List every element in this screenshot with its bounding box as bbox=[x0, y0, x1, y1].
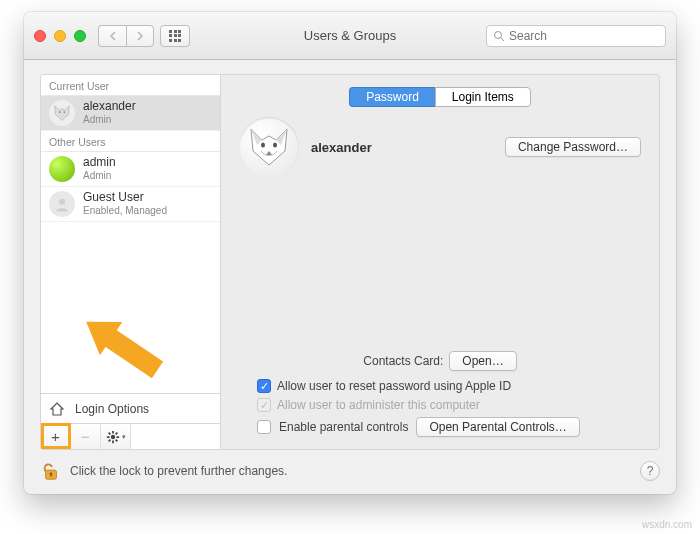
main-pane: Password Login Items bbox=[221, 75, 659, 449]
unlocked-padlock-icon[interactable] bbox=[40, 460, 62, 482]
show-all-button[interactable] bbox=[160, 25, 190, 47]
tabs: Password Login Items bbox=[239, 87, 641, 107]
svg-line-13 bbox=[115, 432, 117, 434]
administer-option: ✓ Allow user to administer this computer bbox=[257, 398, 641, 412]
sidebar-user-guest[interactable]: Guest User Enabled, Managed bbox=[41, 187, 220, 222]
avatar-icon bbox=[49, 156, 75, 182]
svg-point-3 bbox=[63, 111, 65, 113]
fox-avatar-icon bbox=[245, 123, 293, 171]
minus-icon: − bbox=[81, 428, 90, 445]
gear-icon bbox=[106, 430, 120, 444]
svg-rect-18 bbox=[50, 474, 51, 477]
login-options-label: Login Options bbox=[75, 402, 149, 416]
plus-icon: + bbox=[51, 428, 60, 445]
help-button[interactable]: ? bbox=[640, 461, 660, 481]
lock-row: Click the lock to prevent further change… bbox=[40, 460, 660, 482]
user-header: alexander Change Password… bbox=[239, 117, 641, 177]
user-role: Admin bbox=[83, 114, 136, 126]
checkbox-checked-disabled-icon: ✓ bbox=[257, 398, 271, 412]
checkbox-unchecked-icon[interactable] bbox=[257, 420, 271, 434]
options-list: ✓ Allow user to reset password using App… bbox=[239, 379, 641, 437]
svg-point-4 bbox=[59, 199, 65, 205]
search-input[interactable] bbox=[509, 29, 659, 43]
section-current-user: Current User bbox=[41, 75, 220, 96]
chevron-left-icon bbox=[109, 31, 117, 41]
sidebar-user-admin[interactable]: admin Admin bbox=[41, 152, 220, 187]
svg-point-0 bbox=[495, 31, 502, 38]
lock-text: Click the lock to prevent further change… bbox=[70, 464, 287, 478]
user-avatar[interactable] bbox=[239, 117, 299, 177]
window-title: Users & Groups bbox=[304, 28, 396, 43]
open-parental-button[interactable]: Open Parental Controls… bbox=[416, 417, 579, 437]
nav-buttons bbox=[98, 25, 154, 47]
chevron-right-icon bbox=[136, 31, 144, 41]
user-name: alexander bbox=[83, 100, 136, 114]
login-options-row[interactable]: Login Options bbox=[41, 393, 220, 423]
grid-icon bbox=[169, 30, 181, 42]
contacts-card-label: Contacts Card: bbox=[363, 354, 443, 368]
contacts-card-row: Contacts Card: Open… bbox=[239, 351, 641, 371]
reset-password-option[interactable]: ✓ Allow user to reset password using App… bbox=[257, 379, 641, 393]
sidebar: Current User alexander Admin Other Users bbox=[41, 75, 221, 449]
svg-point-14 bbox=[261, 143, 265, 148]
svg-line-1 bbox=[501, 38, 504, 41]
panel: Current User alexander Admin Other Users bbox=[40, 74, 660, 450]
parental-label: Enable parental controls bbox=[279, 420, 408, 434]
avatar-icon bbox=[49, 100, 75, 126]
section-other-users: Other Users bbox=[41, 131, 220, 152]
watermark: wsxdn.com bbox=[642, 519, 692, 530]
window-controls bbox=[34, 30, 86, 42]
reset-password-label: Allow user to reset password using Apple… bbox=[277, 379, 511, 393]
svg-line-11 bbox=[115, 439, 117, 441]
home-icon bbox=[49, 401, 65, 417]
close-window-button[interactable] bbox=[34, 30, 46, 42]
user-list: Current User alexander Admin Other Users bbox=[41, 75, 220, 393]
svg-line-12 bbox=[108, 439, 110, 441]
change-password-button[interactable]: Change Password… bbox=[505, 137, 641, 157]
dropdown-caret-icon: ▾ bbox=[122, 433, 126, 441]
remove-user-button[interactable]: − bbox=[71, 424, 101, 449]
zoom-window-button[interactable] bbox=[74, 30, 86, 42]
administer-label: Allow user to administer this computer bbox=[277, 398, 480, 412]
checkbox-checked-icon[interactable]: ✓ bbox=[257, 379, 271, 393]
tab-login-items[interactable]: Login Items bbox=[435, 87, 531, 107]
user-role: Admin bbox=[83, 170, 116, 182]
help-icon: ? bbox=[647, 464, 654, 478]
parental-controls-option: Enable parental controls Open Parental C… bbox=[257, 417, 641, 437]
search-field[interactable] bbox=[486, 25, 666, 47]
minimize-window-button[interactable] bbox=[54, 30, 66, 42]
system-preferences-window: Users & Groups Current User alexander bbox=[24, 12, 676, 494]
user-name: admin bbox=[83, 156, 116, 170]
back-button[interactable] bbox=[98, 25, 126, 47]
titlebar: Users & Groups bbox=[24, 12, 676, 60]
avatar-icon bbox=[49, 191, 75, 217]
sidebar-user-current[interactable]: alexander Admin bbox=[41, 96, 220, 131]
sidebar-toolbar: + − ▾ bbox=[41, 423, 220, 449]
svg-point-2 bbox=[59, 111, 61, 113]
add-user-button[interactable]: + bbox=[41, 424, 71, 449]
svg-line-10 bbox=[108, 432, 110, 434]
user-role: Enabled, Managed bbox=[83, 205, 167, 217]
svg-point-5 bbox=[110, 434, 114, 438]
selected-user-name: alexander bbox=[311, 140, 372, 155]
forward-button[interactable] bbox=[126, 25, 154, 47]
content: Current User alexander Admin Other Users bbox=[24, 60, 676, 494]
actions-button[interactable]: ▾ bbox=[101, 424, 131, 449]
open-contacts-button[interactable]: Open… bbox=[449, 351, 516, 371]
tab-password[interactable]: Password bbox=[349, 87, 435, 107]
user-name: Guest User bbox=[83, 191, 167, 205]
search-icon bbox=[493, 30, 505, 42]
svg-point-15 bbox=[273, 143, 277, 148]
